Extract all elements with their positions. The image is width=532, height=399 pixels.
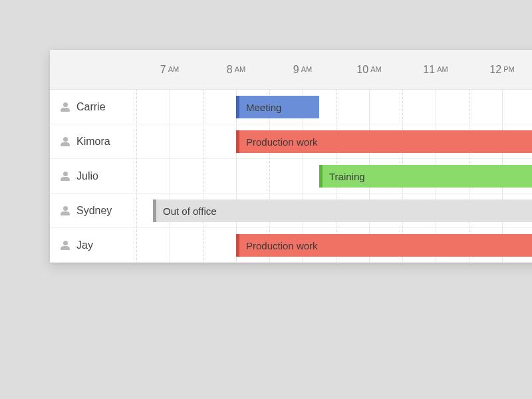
event-block[interactable]: Production work [236, 130, 532, 153]
corner-cell [50, 50, 136, 90]
event-label: Out of office [163, 205, 217, 217]
schedule-card: 7AM8AM9AM10AM11AM12PM CarrieMeetingKimor… [50, 50, 532, 263]
schedule-row: CarrieMeeting [50, 90, 532, 124]
person-cell[interactable]: Sydney [50, 194, 136, 227]
event-label: Production work [246, 240, 318, 251]
time-hour: 12 [489, 64, 501, 76]
time-ampm: PM [503, 65, 515, 73]
schedule-row: JulioTraining [50, 159, 532, 194]
event-block[interactable]: Out of office [153, 200, 532, 222]
time-ampm: AM [301, 65, 313, 73]
event-block[interactable]: Training [319, 165, 532, 188]
time-ampm: AM [235, 65, 246, 73]
event-label: Meeting [246, 102, 281, 113]
person-icon [61, 206, 70, 215]
schedule-row: JayProduction work [50, 228, 532, 263]
event-label: Production work [246, 136, 318, 148]
schedule-row: KimoraProduction work [50, 124, 532, 159]
person-name: Kimora [76, 136, 110, 148]
time-hour: 8 [227, 64, 233, 76]
time-hour: 11 [423, 64, 435, 76]
person-name: Carrie [76, 101, 106, 113]
row-track[interactable]: Training [136, 159, 532, 193]
time-ampm: AM [437, 65, 448, 73]
event-block[interactable]: Production work [236, 234, 532, 257]
time-header: 9AM [269, 50, 336, 90]
event-label: Training [329, 171, 365, 182]
schedule-row: SydneyOut of office [50, 194, 532, 228]
time-hour: 7 [160, 64, 166, 76]
schedule-body: CarrieMeetingKimoraProduction workJulioT… [50, 90, 532, 263]
time-hour: 10 [356, 64, 368, 76]
time-ampm: AM [370, 65, 382, 73]
row-track[interactable]: Out of office [136, 194, 532, 227]
time-ampm: AM [168, 65, 180, 73]
row-track[interactable]: Meeting [136, 90, 532, 124]
event-block[interactable]: Meeting [236, 96, 319, 118]
person-icon [61, 172, 70, 181]
person-cell[interactable]: Jay [50, 228, 136, 262]
person-cell[interactable]: Carrie [50, 90, 136, 124]
time-header: 7AM [136, 50, 203, 90]
time-header: 8AM [203, 50, 269, 90]
person-name: Julio [76, 170, 98, 182]
time-header: 10AM [336, 50, 402, 90]
time-header: 12PM [469, 50, 532, 90]
person-cell[interactable]: Kimora [50, 124, 136, 158]
person-icon [61, 102, 70, 112]
person-icon [61, 241, 70, 250]
time-header-row: 7AM8AM9AM10AM11AM12PM [50, 50, 532, 90]
row-track[interactable]: Production work [136, 124, 532, 158]
person-name: Jay [76, 239, 93, 251]
time-hour: 9 [293, 64, 299, 76]
time-header: 11AM [402, 50, 469, 90]
person-icon [61, 137, 70, 146]
person-cell[interactable]: Julio [50, 159, 136, 193]
person-name: Sydney [76, 205, 112, 217]
row-track[interactable]: Production work [136, 228, 532, 262]
